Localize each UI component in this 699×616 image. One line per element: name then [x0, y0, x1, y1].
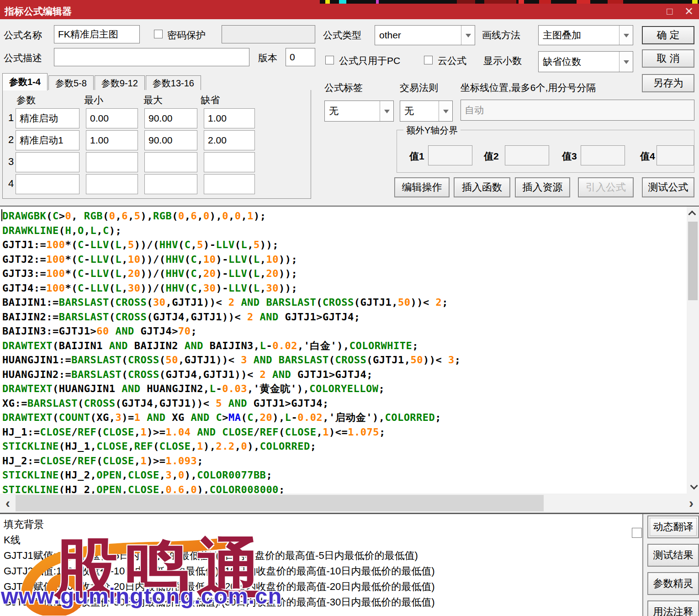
- usage-notes-button[interactable]: 用法注释: [647, 600, 699, 616]
- text-caret: [1, 209, 2, 221]
- param-row-4: 4: [3, 174, 311, 194]
- param-input[interactable]: [144, 152, 197, 172]
- scroll-up-icon[interactable]: [687, 207, 699, 220]
- param-input[interactable]: 1.00: [86, 130, 138, 150]
- chevron-down-icon[interactable]: [439, 101, 452, 121]
- y-axis-value-input[interactable]: [657, 145, 694, 165]
- dynamic-translate-button[interactable]: 动态翻译: [647, 515, 699, 538]
- test-formula-button[interactable]: 测试公式: [642, 177, 694, 197]
- param-input[interactable]: [16, 174, 79, 194]
- param-tabs: 参数1-4参数5-8参数9-12参数13-16: [2, 73, 202, 90]
- param-input[interactable]: [86, 152, 138, 172]
- scroll-left-icon[interactable]: ‹: [1, 494, 15, 513]
- code-line: GJTJ2:=100*(C-LLV(L,10))/(HHV(C,10)-LLV(…: [2, 252, 687, 267]
- tab-params-3[interactable]: 参数9-12: [95, 75, 145, 90]
- version-input[interactable]: 0: [286, 48, 315, 66]
- password-input[interactable]: [222, 25, 315, 43]
- param-input[interactable]: 精准启动: [16, 108, 79, 128]
- close-icon[interactable]: ✕: [680, 4, 698, 19]
- trade-rule-value: 无: [400, 101, 439, 121]
- draw-method-select[interactable]: 主图叠加: [538, 25, 633, 45]
- password-protect-label: 密码保护: [167, 29, 206, 42]
- trade-rule-select[interactable]: 无: [400, 101, 453, 122]
- code-line: DRAWKLINE(H,O,L,C);: [2, 223, 687, 238]
- formula-type-select[interactable]: other: [375, 25, 475, 45]
- param-row-number: 3: [8, 156, 14, 168]
- edit-operation-button[interactable]: 编辑操作: [394, 177, 450, 197]
- code-line: GJTJ4:=100*(C-LLV(L,30))/(HHV(C,30)-LLV(…: [2, 281, 687, 296]
- param-col-header: 最大: [143, 94, 163, 106]
- window-title: 指标公式编辑器: [0, 5, 72, 18]
- code-line: STICKLINE(HJ_1,CLOSE,REF(CLOSE,1),2.2,0)…: [2, 439, 687, 454]
- pc-only-checkbox[interactable]: [325, 56, 334, 64]
- y-axis-value-input[interactable]: [428, 145, 472, 165]
- translation-line: GJTJ3赋值:100*(收盘价-20日内最低价的最低值)/(20日内收盘价的最…: [0, 579, 642, 595]
- chevron-down-icon[interactable]: [619, 52, 633, 72]
- code-line: DRAWTEXT(BAIJIN1 AND BAIJIN2 AND BAIJIN3…: [2, 339, 687, 353]
- tab-params-4[interactable]: 参数13-16: [146, 75, 201, 90]
- formula-name-input[interactable]: FK精准启主图: [54, 25, 140, 43]
- password-protect-checkbox[interactable]: [154, 30, 163, 38]
- y-axis-value-label: 值3: [562, 150, 577, 163]
- code-line: BAIJIN2:=BARSLAST(CROSS(GJTJ4,GJTJ1))< 2…: [2, 310, 687, 324]
- chevron-down-icon[interactable]: [380, 101, 393, 121]
- maximize-icon[interactable]: □: [661, 4, 679, 19]
- code-horizontal-scrollbar[interactable]: ‹ ›: [0, 494, 699, 513]
- y-axis-value-input[interactable]: [505, 145, 549, 165]
- save-as-button[interactable]: 另存为: [642, 74, 694, 92]
- param-input[interactable]: 90.00: [144, 130, 197, 150]
- insert-resource-button[interactable]: 插入资源: [515, 177, 570, 197]
- y-axis-value-label: 值4: [640, 150, 655, 163]
- insert-function-button[interactable]: 插入函数: [454, 177, 510, 197]
- param-input[interactable]: 0.00: [86, 108, 138, 128]
- param-input[interactable]: 90.00: [144, 108, 197, 128]
- coordinate-line-label: 坐标线位置,最多6个,用分号分隔: [461, 81, 596, 94]
- param-row-number: 2: [8, 134, 14, 146]
- scroll-right-icon[interactable]: ›: [684, 494, 698, 513]
- code-line: HJ_1:=CLOSE/REF(CLOSE,1)>=1.04 AND CLOSE…: [2, 425, 687, 440]
- param-wizard-button[interactable]: 参数精灵: [647, 572, 699, 595]
- param-row-number: 1: [8, 112, 14, 124]
- code-line: DRAWTEXT(HUANGJIN1 AND HUANGJIN2,L-0.03,…: [2, 382, 687, 396]
- formula-tag-value: 无: [325, 101, 380, 121]
- param-input[interactable]: 精准启动1: [16, 130, 79, 150]
- formula-tag-label: 公式标签: [324, 81, 363, 94]
- param-row-number: 4: [8, 178, 14, 190]
- param-input[interactable]: [204, 152, 255, 172]
- chevron-down-icon[interactable]: [619, 26, 633, 45]
- cloud-formula-label: 云公式: [438, 54, 466, 67]
- code-vertical-scrollbar[interactable]: [687, 207, 699, 494]
- decimals-select[interactable]: 缺省位数: [538, 51, 633, 72]
- vertical-scroll-thumb[interactable]: [688, 222, 698, 300]
- param-input[interactable]: [204, 174, 255, 194]
- scroll-down-icon[interactable]: [687, 480, 699, 494]
- cloud-formula-checkbox[interactable]: [424, 56, 433, 64]
- tab-params-1[interactable]: 参数1-4: [2, 73, 48, 90]
- coordinate-line-input[interactable]: 自动: [461, 100, 694, 121]
- draw-method-value: 主图叠加: [539, 26, 619, 45]
- tab-params-2[interactable]: 参数5-8: [48, 75, 94, 90]
- chevron-down-icon[interactable]: [461, 26, 475, 45]
- formula-tag-select[interactable]: 无: [324, 101, 394, 122]
- cancel-button[interactable]: 取 消: [642, 49, 694, 68]
- trade-rule-label: 交易法则: [400, 81, 438, 94]
- formula-code-editor[interactable]: DRAWGBK(C>0, RGB(0,6,5),RGB(0,6,0),0,0,1…: [0, 207, 687, 494]
- ok-button[interactable]: 确 定: [642, 26, 694, 44]
- param-input[interactable]: [16, 152, 79, 172]
- code-line: STICKLINE(HJ_2,OPEN,CLOSE,3,0),COLOR0077…: [2, 468, 687, 483]
- param-input[interactable]: [86, 174, 138, 194]
- param-col-header: 参数: [16, 94, 36, 106]
- show-decimals-label: 显示小数: [483, 54, 522, 67]
- test-result-button[interactable]: 测试结果: [647, 544, 699, 567]
- translation-line: K线: [0, 532, 642, 548]
- param-col-header: 缺省: [201, 94, 220, 106]
- extra-y-axis-title: 额外Y轴分界: [403, 124, 461, 137]
- param-input[interactable]: 2.00: [204, 130, 255, 150]
- y-axis-value-input[interactable]: [581, 145, 625, 165]
- param-input[interactable]: 1.00: [204, 108, 255, 128]
- extra-y-axis-group: 额外Y轴分界 值1值2值3值4: [397, 130, 694, 173]
- translation-checkbox[interactable]: [632, 528, 642, 538]
- horizontal-scroll-thumb[interactable]: [16, 495, 544, 511]
- param-input[interactable]: [144, 174, 197, 194]
- formula-desc-input[interactable]: [54, 48, 249, 66]
